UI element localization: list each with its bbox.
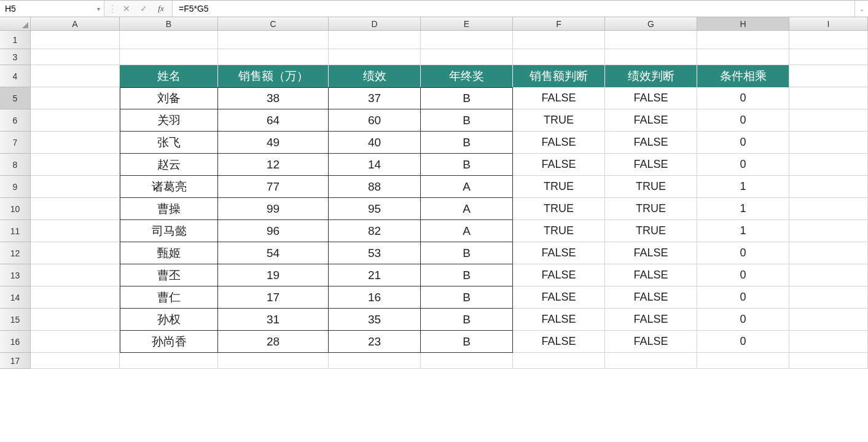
- cell-C17[interactable]: [218, 353, 329, 369]
- cell-F7[interactable]: FALSE: [513, 132, 605, 154]
- cell-A6[interactable]: [31, 109, 120, 132]
- cell-A12[interactable]: [31, 242, 120, 264]
- cell-E13[interactable]: B: [421, 264, 513, 286]
- cell-C12[interactable]: 54: [218, 242, 329, 264]
- cell-G12[interactable]: FALSE: [605, 242, 697, 264]
- cell-A14[interactable]: [31, 286, 120, 309]
- cell-G9[interactable]: TRUE: [605, 176, 697, 198]
- cell-B11[interactable]: 司马懿: [120, 220, 218, 242]
- cell-D8[interactable]: 14: [329, 154, 421, 176]
- cell-B10[interactable]: 曹操: [120, 198, 218, 220]
- cell-I10[interactable]: [789, 198, 868, 220]
- row-header-11[interactable]: 11: [0, 220, 31, 242]
- col-header-C[interactable]: C: [218, 17, 329, 31]
- cell-E12[interactable]: B: [421, 242, 513, 264]
- cell-I8[interactable]: [789, 154, 868, 176]
- row-header-16[interactable]: 16: [0, 331, 31, 353]
- confirm-icon[interactable]: ✓: [135, 1, 152, 17]
- cell-C11[interactable]: 96: [218, 220, 329, 242]
- cell-F12[interactable]: FALSE: [513, 242, 605, 264]
- cell-H11[interactable]: 1: [697, 220, 789, 242]
- cell-H1[interactable]: [697, 31, 789, 49]
- cell-H5[interactable]: 0: [697, 87, 789, 109]
- cell-C6[interactable]: 64: [218, 109, 329, 132]
- cell-E7[interactable]: B: [421, 132, 513, 154]
- cell-G10[interactable]: TRUE: [605, 198, 697, 220]
- cell-D5[interactable]: 37: [329, 87, 421, 109]
- cell-D16[interactable]: 23: [329, 331, 421, 353]
- row-header-6[interactable]: 6: [0, 109, 31, 132]
- cell-H8[interactable]: 0: [697, 154, 789, 176]
- cell-A5[interactable]: [31, 87, 120, 109]
- cell-G1[interactable]: [605, 31, 697, 49]
- cell-I11[interactable]: [789, 220, 868, 242]
- cell-B14[interactable]: 曹仁: [120, 286, 218, 309]
- cell-E11[interactable]: A: [421, 220, 513, 242]
- cell-H12[interactable]: 0: [697, 242, 789, 264]
- col-header-G[interactable]: G: [605, 17, 697, 31]
- cell-E17[interactable]: [421, 353, 513, 369]
- cell-I5[interactable]: [789, 87, 868, 109]
- cell-G11[interactable]: TRUE: [605, 220, 697, 242]
- cell-I17[interactable]: [789, 353, 868, 369]
- cell-C4[interactable]: 销售额（万）: [218, 65, 329, 87]
- cell-E15[interactable]: B: [421, 309, 513, 331]
- cell-A10[interactable]: [31, 198, 120, 220]
- cell-H14[interactable]: 0: [697, 286, 789, 309]
- cell-E16[interactable]: B: [421, 331, 513, 353]
- cell-G16[interactable]: FALSE: [605, 331, 697, 353]
- cell-I3[interactable]: [789, 49, 868, 65]
- cell-B9[interactable]: 诸葛亮: [120, 176, 218, 198]
- cell-D6[interactable]: 60: [329, 109, 421, 132]
- cell-I1[interactable]: [789, 31, 868, 49]
- cell-B4[interactable]: 姓名: [120, 65, 218, 87]
- cell-H4[interactable]: 条件相乘: [697, 65, 789, 87]
- cell-F15[interactable]: FALSE: [513, 309, 605, 331]
- cell-B5[interactable]: 刘备: [120, 87, 218, 109]
- cell-I12[interactable]: [789, 242, 868, 264]
- cell-D7[interactable]: 40: [329, 132, 421, 154]
- row-header-12[interactable]: 12: [0, 242, 31, 264]
- cell-G7[interactable]: FALSE: [605, 132, 697, 154]
- cell-H13[interactable]: 0: [697, 264, 789, 286]
- cell-E5[interactable]: B: [421, 87, 513, 109]
- cell-B8[interactable]: 赵云: [120, 154, 218, 176]
- cell-E8[interactable]: B: [421, 154, 513, 176]
- row-header-14[interactable]: 14: [0, 286, 31, 309]
- cell-G6[interactable]: FALSE: [605, 109, 697, 132]
- cell-F13[interactable]: FALSE: [513, 264, 605, 286]
- cell-C1[interactable]: [218, 31, 329, 49]
- cell-B15[interactable]: 孙权: [120, 309, 218, 331]
- cell-A16[interactable]: [31, 331, 120, 353]
- cell-G13[interactable]: FALSE: [605, 264, 697, 286]
- cell-E4[interactable]: 年终奖: [421, 65, 513, 87]
- chevron-down-icon[interactable]: ▾: [97, 6, 100, 12]
- cell-C5[interactable]: 38: [218, 87, 329, 109]
- cell-H6[interactable]: 0: [697, 109, 789, 132]
- cell-F14[interactable]: FALSE: [513, 286, 605, 309]
- cell-H9[interactable]: 1: [697, 176, 789, 198]
- cell-H10[interactable]: 1: [697, 198, 789, 220]
- cell-H7[interactable]: 0: [697, 132, 789, 154]
- cell-E9[interactable]: A: [421, 176, 513, 198]
- cell-A13[interactable]: [31, 264, 120, 286]
- cell-A7[interactable]: [31, 132, 120, 154]
- cell-D10[interactable]: 95: [329, 198, 421, 220]
- row-header-17[interactable]: 17: [0, 353, 31, 369]
- cell-F5[interactable]: FALSE: [513, 87, 605, 109]
- cell-A4[interactable]: [31, 65, 120, 87]
- cell-H17[interactable]: [697, 353, 789, 369]
- cell-H3[interactable]: [697, 49, 789, 65]
- fx-icon[interactable]: fx: [152, 1, 170, 17]
- cell-B13[interactable]: 曹丕: [120, 264, 218, 286]
- cell-I13[interactable]: [789, 264, 868, 286]
- cell-E14[interactable]: B: [421, 286, 513, 309]
- cell-B1[interactable]: [120, 31, 218, 49]
- cell-E1[interactable]: [421, 31, 513, 49]
- select-all-corner[interactable]: [0, 17, 31, 31]
- expand-formula-bar-icon[interactable]: ⌄: [854, 1, 868, 17]
- cell-A8[interactable]: [31, 154, 120, 176]
- cell-E3[interactable]: [421, 49, 513, 65]
- cell-B12[interactable]: 甄姬: [120, 242, 218, 264]
- row-header-8[interactable]: 8: [0, 154, 31, 176]
